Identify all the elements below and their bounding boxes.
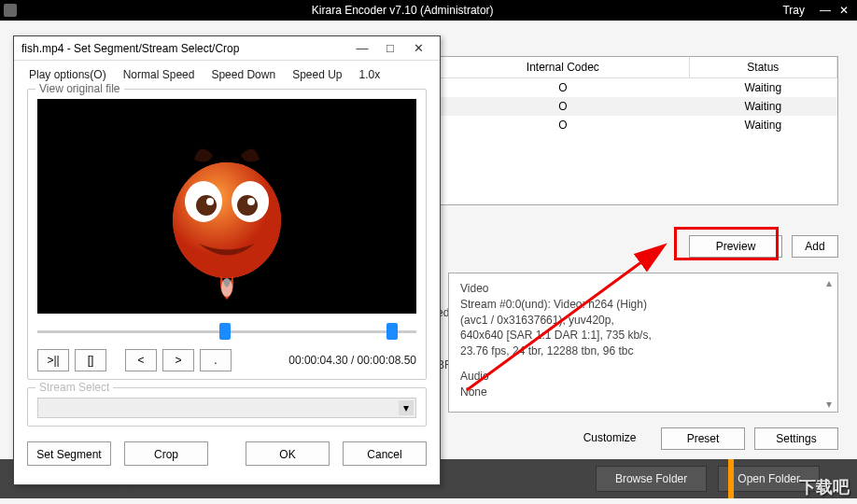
prev-frame-button[interactable]: < [125,349,157,371]
svg-point-8 [221,278,232,297]
media-info-panel: ▴ ▾ Video Stream #0:0(und): Video: h264 … [448,273,838,413]
group-legend: View original file [35,82,124,95]
settings-button[interactable]: Settings [754,427,838,450]
action-row: Preview Add [689,235,838,258]
video-preview[interactable] [37,99,416,314]
view-original-group: View original file [27,89,427,380]
dialog-title: fish.mp4 - Set Segment/Stream Select/Cro… [21,42,348,55]
col-status[interactable]: Status [689,57,836,78]
video-line: 640x640 [SAR 1:1 DAR 1:1], 735 kb/s, [460,328,826,343]
add-button[interactable]: Add [792,235,838,258]
audio-value: None [460,385,826,400]
svg-point-5 [237,195,258,216]
bottom-right-buttons: Customize Preset Settings [568,427,838,450]
video-line: 23.76 fps, 24 tbr, 12288 tbn, 96 tbc [460,343,826,359]
fish-image [143,108,311,304]
menu-speed-down[interactable]: Speed Down [211,68,275,81]
menu-speed-up[interactable]: Speed Up [292,68,342,81]
set-segment-button[interactable]: Set Segment [27,441,111,466]
slider-handle-start[interactable] [219,323,231,340]
app-title: Kirara Encoder v7.10 (Administrator) [22,4,782,17]
dialog-maximize-icon[interactable]: □ [376,41,404,55]
accent-strip [728,459,734,498]
svg-point-4 [196,195,217,216]
dialog-button-row: Set Segment Crop OK Cancel [14,434,440,473]
group-legend: Stream Select [35,381,113,394]
crop-button[interactable]: Crop [124,441,208,466]
customize-button[interactable]: Customize [568,427,652,450]
minimize-icon[interactable]: — [816,4,835,17]
close-icon[interactable]: ✕ [835,4,853,17]
stream-select-dropdown[interactable]: ▾ [37,398,416,418]
menu-normal-speed[interactable]: Normal Speed [123,68,195,81]
video-heading: Video [460,281,826,297]
slider-handle-end[interactable] [386,323,398,340]
video-line: Stream #0:0(und): Video: h264 (High) [460,297,826,313]
preset-button[interactable]: Preset [661,427,745,450]
app-icon [4,4,17,17]
playback-controls: >|| [] < > . 00:00:04.30 / 00:00:08.50 [37,349,416,371]
preview-button[interactable]: Preview [689,235,782,258]
mark-button[interactable]: . [200,349,232,371]
menu-play-options[interactable]: Play options(O) [29,68,106,81]
stream-select-group: Stream Select ▾ [27,387,427,427]
dialog-minimize-icon[interactable]: — [348,41,376,55]
play-pause-button[interactable]: >|| [37,349,69,371]
segment-slider[interactable] [37,321,416,343]
time-display: 00:00:04.30 / 00:00:08.50 [288,354,416,367]
dialog-close-icon[interactable]: ✕ [404,41,432,55]
ok-button[interactable]: OK [246,441,330,466]
svg-point-6 [206,198,214,205]
app-titlebar: Kirara Encoder v7.10 (Administrator) Tra… [0,0,857,21]
col-codec[interactable]: Internal Codec [437,57,690,78]
next-frame-button[interactable]: > [162,349,194,371]
audio-heading: Audio [460,369,826,385]
svg-point-1 [173,162,281,278]
cancel-button[interactable]: Cancel [343,441,427,466]
video-line: (avc1 / 0x31637661), yuv420p, [460,313,826,329]
svg-point-7 [247,198,255,205]
scroll-up-icon[interactable]: ▴ [822,275,836,288]
browse-folder-button[interactable]: Browse Folder [596,466,707,492]
tray-button[interactable]: Tray [782,4,805,17]
segment-crop-dialog: fish.mp4 - Set Segment/Stream Select/Cro… [13,35,441,485]
playback-rate: 1.0x [359,68,381,81]
dialog-titlebar[interactable]: fish.mp4 - Set Segment/Stream Select/Cro… [14,36,440,61]
scroll-down-icon[interactable]: ▾ [822,397,836,410]
chevron-down-icon[interactable]: ▾ [399,400,414,415]
stop-button[interactable]: [] [75,349,106,371]
